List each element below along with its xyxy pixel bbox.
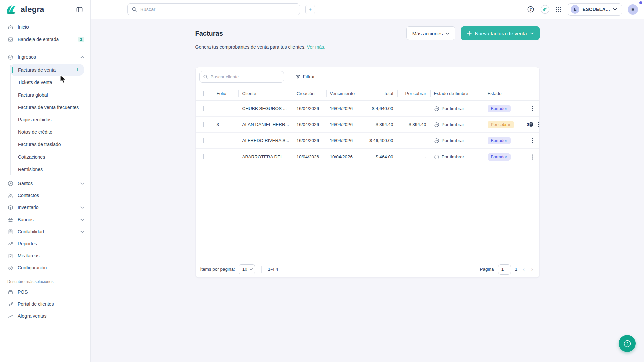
row-checkbox[interactable] xyxy=(203,106,204,111)
status-badge: Borrador xyxy=(488,105,511,112)
sidebar-header: alegra xyxy=(0,0,90,19)
items-per-page-select[interactable]: 10 xyxy=(239,264,255,274)
stamp-pending-icon xyxy=(434,122,439,127)
column-vencimiento[interactable]: Vencimiento xyxy=(326,91,364,96)
sidebar-collapse-icon[interactable] xyxy=(76,6,83,13)
main-column: + ? E ESCUELA... E xyxy=(91,0,644,362)
see-more-link[interactable]: Ver más. xyxy=(307,44,325,50)
add-invoice-plus-icon[interactable]: + xyxy=(76,67,79,73)
page-number-input[interactable] xyxy=(498,264,511,275)
table-row[interactable]: CHUBB SEGUROS ... 16/04/2026 16/04/2026 … xyxy=(196,101,539,117)
row-checkbox[interactable] xyxy=(203,138,204,143)
sidebar-item-facturas-de-venta-frecuentes[interactable]: Facturas de venta frecuentes xyxy=(10,101,84,113)
column-estado[interactable]: Estado xyxy=(484,91,527,96)
sidebar-item-label: Facturas de venta xyxy=(18,67,56,73)
sidebar-item-label: Bandeja de entrada xyxy=(18,37,74,42)
svg-text:$: $ xyxy=(527,123,529,126)
eco-leaf-icon[interactable] xyxy=(540,5,550,14)
sidebar-item-facturas-de-traslado[interactable]: Facturas de traslado xyxy=(10,138,84,150)
row-menu-icon[interactable] xyxy=(531,137,534,144)
more-actions-label: Más acciones xyxy=(412,31,443,36)
sidebar-item-contactos[interactable]: Contactos xyxy=(0,189,90,201)
apps-grid-icon[interactable] xyxy=(555,6,562,13)
user-avatar[interactable]: E xyxy=(628,4,638,15)
page-subtitle-text: Genera tus comprobantes de venta para tu… xyxy=(195,44,306,50)
sidebar-item-label: Pagos recibidos xyxy=(18,117,52,122)
sidebar-item-remisiones[interactable]: Remisiones xyxy=(10,163,84,175)
topbar: + ? E ESCUELA... E xyxy=(91,0,644,19)
select-all-checkbox[interactable] xyxy=(203,90,204,96)
stamp-pending-icon xyxy=(434,106,439,111)
sidebar-item-cotizaciones[interactable]: Cotizaciones xyxy=(10,150,84,163)
cell-creacion: 16/04/2026 xyxy=(293,138,326,143)
client-search-input[interactable] xyxy=(211,74,280,79)
sidebar-item-portal-de-clientes[interactable]: Portal de clientes xyxy=(0,298,90,310)
register-payment-icon[interactable]: $ xyxy=(527,122,533,127)
cell-total: $ 464.00 xyxy=(364,154,397,159)
cell-total: $ 394.40 xyxy=(364,122,397,127)
row-menu-icon[interactable] xyxy=(537,121,540,128)
column-cliente[interactable]: Cliente xyxy=(238,91,293,96)
column-folio[interactable]: Folio xyxy=(213,91,238,96)
column-total[interactable]: Total xyxy=(364,91,397,96)
cell-estado-timbre: Por timbrar xyxy=(442,122,464,127)
column-por-cobrar[interactable]: Por cobrar xyxy=(397,91,430,96)
help-icon[interactable]: ? xyxy=(527,5,535,13)
help-fab-button[interactable]: ? xyxy=(619,335,636,352)
client-search[interactable] xyxy=(199,71,284,83)
filter-button[interactable]: Filtrar xyxy=(296,74,315,79)
sidebar-item-reportes[interactable]: Reportes xyxy=(0,238,90,250)
footer-divider xyxy=(261,266,262,273)
column-estado-de-timbre[interactable]: Estado de timbre xyxy=(430,91,484,96)
sidebar-nav: Inicio Bandeja de entrada 1 Ingresos xyxy=(0,19,90,322)
sidebar-item-label: Mis tareas xyxy=(18,253,84,258)
table-header: Folio Cliente Creación Vencimiento Total… xyxy=(196,86,539,101)
sidebar-item-pagos-recibidos[interactable]: Pagos recibidos xyxy=(10,113,84,126)
row-checkbox[interactable] xyxy=(203,122,204,127)
more-actions-button[interactable]: Más acciones xyxy=(406,26,456,40)
calculator-icon xyxy=(7,229,13,235)
global-search[interactable] xyxy=(127,3,300,15)
sidebar-item-inicio[interactable]: Inicio xyxy=(0,21,90,33)
cell-creacion: 16/04/2026 xyxy=(293,106,326,111)
sidebar-item-bancos[interactable]: Bancos xyxy=(0,214,90,226)
new-invoice-button[interactable]: Nueva factura de venta xyxy=(461,26,539,40)
quick-add-button[interactable]: + xyxy=(305,5,315,14)
sidebar-item-notas-de-credito[interactable]: Notas de crédito xyxy=(10,126,84,138)
box-icon xyxy=(7,204,13,210)
table-row[interactable]: ALFREDO RIVERA S... 16/04/2026 16/04/202… xyxy=(196,133,539,149)
stamp-pending-icon xyxy=(434,138,439,143)
row-checkbox[interactable] xyxy=(203,154,204,159)
next-page-icon[interactable]: › xyxy=(530,266,535,273)
sidebar-item-label: Alegra ventas xyxy=(18,313,84,319)
page-title: Facturas xyxy=(195,29,223,37)
row-menu-icon[interactable] xyxy=(531,154,534,160)
alegra-logo-icon xyxy=(6,5,18,15)
table-row[interactable]: ABARROTERA DEL ... 10/04/2026 10/04/2026… xyxy=(196,149,539,165)
cell-folio: 3 xyxy=(213,122,238,127)
sidebar-item-alegra-ventas[interactable]: Alegra ventas xyxy=(0,310,90,322)
sidebar-item-mis-tareas[interactable]: Mis tareas xyxy=(0,250,90,262)
chevron-down-icon xyxy=(80,182,84,185)
sidebar-item-label: Gastos xyxy=(18,181,76,186)
sidebar-item-ingresos[interactable]: Ingresos xyxy=(0,51,90,63)
sidebar-item-tickets-de-venta[interactable]: Tickets de venta xyxy=(10,76,84,88)
sidebar-item-label: Reportes xyxy=(18,241,84,246)
row-menu-icon[interactable] xyxy=(531,105,534,112)
prev-page-icon[interactable]: ‹ xyxy=(521,266,526,273)
global-search-input[interactable] xyxy=(140,7,296,12)
column-creacion[interactable]: Creación xyxy=(293,91,326,96)
sidebar-item-contabilidad[interactable]: Contabilidad xyxy=(0,226,90,238)
cell-por-cobrar: $ 394.40 xyxy=(397,122,430,127)
alegra-logo[interactable]: alegra xyxy=(6,5,44,15)
sidebar-item-configuracion[interactable]: Configuración xyxy=(0,262,90,274)
sidebar-item-inventario[interactable]: Inventario xyxy=(0,201,90,214)
table-row[interactable]: 3 ALAN DANIEL HERR... 16/04/2026 16/04/2… xyxy=(196,117,539,133)
sidebar-item-factura-global[interactable]: Factura global xyxy=(10,88,84,101)
sidebar-item-pos[interactable]: POS xyxy=(0,286,90,298)
organization-selector[interactable]: E ESCUELA... xyxy=(568,3,622,16)
sidebar-item-bandeja-de-entrada[interactable]: Bandeja de entrada 1 xyxy=(0,33,90,45)
sidebar-item-gastos[interactable]: Gastos xyxy=(0,177,90,189)
sidebar-item-facturas-de-venta[interactable]: Facturas de venta + xyxy=(10,64,84,76)
pagination-bar: Ítems por página: 10 1-4 4 Página 1 ‹ xyxy=(196,261,539,277)
